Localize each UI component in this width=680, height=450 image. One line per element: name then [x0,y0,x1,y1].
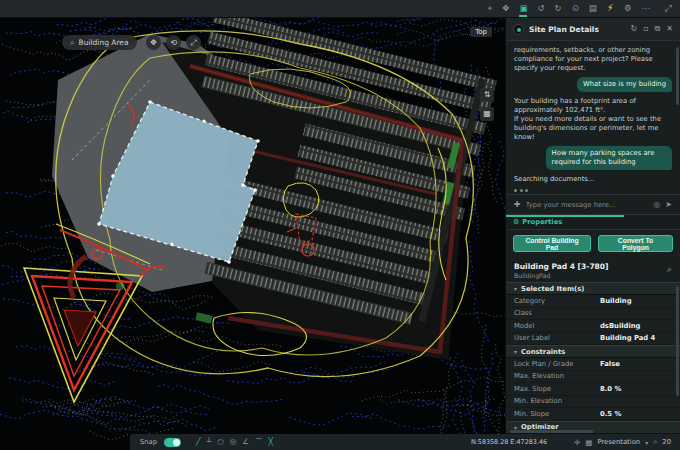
snap-perpendicular-icon[interactable]: ┴ [207,437,212,447]
pointer-icon[interactable]: ⌖ [487,0,492,17]
layers-icon[interactable]: ▤ [589,0,597,17]
statusbar-right-group: ✛ ▦ Presentation ▾ ⌕ 20 [574,437,671,447]
zoom-icon[interactable]: ⌕ [653,437,657,447]
status-bar: Snap ╱ ┴ ○ ◎ ∠ ⌒ ╳ N:58358.28 E:47283.46… [130,434,680,450]
chat-status-text: Searching documents... [514,175,672,183]
cursor-coordinates: N:58358.28 E:47283.46 [471,438,547,446]
section-selected-items[interactable]: ▾ Selected Item(s) [506,282,680,295]
map-search-pill[interactable]: ⌕ Building Area [62,35,137,50]
section-title: Selected Item(s) [521,285,584,293]
user-message: How many parking spaces are required for… [546,146,672,170]
tab-properties-label: Properties [522,218,562,226]
caret-down-icon: ▾ [645,439,648,446]
snap-center-icon[interactable]: ○ [217,437,224,447]
chat-input-row: ✚ ◎ ➤ [506,194,680,215]
panel-tab-bar: ⚙ Properties [506,215,680,230]
control-building-pad-button[interactable]: Control Building Pad [513,235,591,252]
property-row[interactable]: Min. Slope0.5 % [506,408,680,421]
chat-panel-title: Site Plan Details [529,25,625,34]
app-window: ⌖ ✥ ▣ ↺ ↻ ⊙ ▤ ⚡ ⚙ ⋯ ⤢ [0,0,680,450]
property-label: Lock Plan / Grade [514,360,600,368]
properties-header: Building Pad 4 [3-780] BuildingPad ⌕ [506,258,680,282]
selected-element-type: BuildingPad [514,272,672,279]
gear-icon: ⚙ [513,218,519,226]
top-toolbar: ⌖ ✥ ▣ ↺ ↻ ⊙ ▤ ⚡ ⚙ ⋯ ⤢ [0,0,680,18]
snap-origin-icon[interactable]: ◎ [230,437,237,447]
snap-toggle[interactable] [164,438,181,447]
property-label: User Label [514,334,600,342]
property-label: Min. Elevation [514,397,600,405]
section-constraints[interactable]: ▾ Constraints [506,345,680,358]
pan-tool-icon[interactable]: ✥ [146,35,161,50]
more-icon[interactable]: ⋯ [642,0,651,17]
snap-tangent-icon[interactable]: ⌒ [255,437,263,447]
chat-input[interactable] [526,201,649,209]
expand-window-icon[interactable]: ⤢ [665,3,672,14]
chevron-down-icon: ▾ [514,285,517,292]
grid-toggle-icon[interactable]: ▦ [480,107,494,121]
assistant-avatar [513,24,524,35]
section-title: Constraints [521,348,565,356]
properties-list[interactable]: ▾ Selected Item(s) CategoryBuilding Clas… [506,282,680,434]
property-value: 0.5 % [600,410,621,418]
assistant-message: requirements, setbacks, or other zoning … [514,46,672,72]
search-icon: ⌕ [70,38,74,48]
minimize-icon[interactable]: ▫ [643,24,648,34]
action-button-row: Control Building Pad Convert To Polygon [506,230,680,258]
convert-to-polygon-button[interactable]: Convert To Polygon [598,235,673,252]
property-row[interactable]: Lock Plan / GradeFalse [506,358,680,371]
assistant-message: Your building has a footprint area of ap… [514,97,672,141]
grid-icon[interactable]: ▦ [585,438,592,447]
properties-scrollbar[interactable] [676,286,679,396]
property-row[interactable]: Min. Elevation [506,396,680,409]
properties-hscrollbar[interactable] [510,430,670,433]
properties-search-icon[interactable]: ⌕ [667,264,672,275]
property-row[interactable]: Max. Slope8.0 % [506,383,680,396]
chat-scrollbar[interactable] [676,47,679,105]
property-row[interactable]: Max. Elevation [506,371,680,384]
send-icon[interactable]: ➤ [665,200,672,209]
presentation-dropdown[interactable]: Presentation [597,438,640,446]
snap-label: Snap [140,438,157,446]
property-label: Max. Elevation [514,372,600,380]
right-panel: Site Plan Details ↻ ▫ ⧉ ✕ requirements, … [505,18,680,434]
crosshair-icon[interactable]: ✛ [574,438,580,447]
snap-nearest-icon[interactable]: ╱ [196,437,201,447]
undo-icon[interactable]: ↺ [537,0,544,17]
property-label: Max. Slope [514,385,600,393]
snap-intersection-icon[interactable]: ╳ [268,437,273,447]
measure-icon[interactable]: ⊙ [572,0,579,17]
property-row[interactable]: User LabelBuilding Pad 4 [506,333,680,346]
mic-icon[interactable]: ◎ [653,200,660,209]
close-icon[interactable]: ✕ [666,24,673,34]
pan-icon[interactable]: ✥ [502,0,509,17]
elevation-toggle-icon[interactable]: ⇅ [480,88,494,102]
property-label: Min. Slope [514,410,600,418]
select-icon[interactable]: ▣ [519,0,527,17]
property-value: 8.0 % [600,385,621,393]
property-label: Category [514,297,600,305]
snap-icon-group: ╱ ┴ ○ ◎ ∠ ⌒ ╳ [196,437,273,447]
attach-icon[interactable]: ✚ [514,200,521,209]
view-cube[interactable]: Top [470,27,492,37]
refresh-icon[interactable]: ↻ [630,24,637,34]
property-row[interactable]: CategoryBuilding [506,295,680,308]
redo-icon[interactable]: ↻ [555,0,562,17]
popout-icon[interactable]: ⧉ [655,24,661,34]
flash-icon[interactable]: ⚡ [607,0,614,17]
toolbar-icon-group: ⌖ ✥ ▣ ↺ ↻ ⊙ ▤ ⚡ ⚙ ⋯ [487,0,680,17]
map-canvas[interactable]: ⌕ Building Area ✥ ⟲ ⤢ Top ⇅ ▦ [0,18,505,450]
user-message: What size is my building [577,77,672,92]
chat-message-list[interactable]: requirements, setbacks, or other zoning … [506,41,680,194]
orbit-tool-icon[interactable]: ⟲ [166,35,181,50]
property-value: Building Pad 4 [600,334,655,342]
settings-icon[interactable]: ⚙ [624,0,632,17]
view-buttons: ⇅ ▦ [480,88,494,121]
fit-view-icon[interactable]: ⤢ [186,35,201,50]
typing-indicator [514,188,672,194]
property-value: dsBuilding [600,322,641,330]
property-row[interactable]: ModeldsBuilding [506,320,680,333]
tab-properties[interactable]: ⚙ Properties [506,218,569,226]
property-row[interactable]: Class [506,308,680,321]
snap-angle-icon[interactable]: ∠ [242,437,249,447]
